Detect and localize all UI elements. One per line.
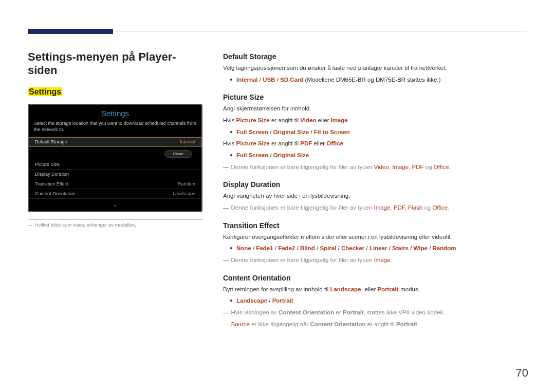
settings-highlight-label: Settings <box>28 87 62 96</box>
bullet-icon <box>230 300 232 302</box>
note-text: ―Source er ikke tilgjengelig når Content… <box>223 320 527 329</box>
page-number: 70 <box>516 366 528 380</box>
option-list: None / Fade1 / Fade2 / Blind / Spiral / … <box>230 244 527 253</box>
device-row-picture-size: Picture Size <box>29 160 201 170</box>
section-heading-content-orientation: Content Orientation <box>223 274 527 282</box>
device-row-label: Content Orientation <box>35 191 75 196</box>
body-text: Angi varigheten av hver side i en lysbil… <box>223 192 527 200</box>
device-row-label: Transition Effect <box>35 181 68 186</box>
body-text: Hvis Picture Size er angitt til Video el… <box>223 116 527 125</box>
body-text: Velg lagringsposisjonen som du ønsker å … <box>223 64 527 72</box>
bullet-icon <box>230 131 232 133</box>
device-row-value: Random <box>178 181 195 186</box>
device-row-value: Landscape <box>173 191 195 196</box>
device-row-transition-effect: Transition Effect Random <box>29 179 201 189</box>
page-title: Settings-menyen på Player-siden <box>28 50 202 77</box>
header-accent-bar <box>28 29 113 34</box>
body-text: Hvis Picture Size er angitt til PDF elle… <box>223 139 527 148</box>
device-screenshot: Settings Select the storage location tha… <box>28 104 202 212</box>
device-row-default-storage: Default Storage Internal <box>29 137 201 147</box>
option-list: Landscape / Portrait <box>230 296 527 305</box>
bullet-icon <box>230 154 232 156</box>
section-heading-transition-effect: Transition Effect <box>223 221 527 230</box>
left-footnote: ―Hvilket bilde som vises, avhenger av mo… <box>28 219 202 228</box>
note-text: ―Hvis visningen av Content Orientation e… <box>223 308 527 317</box>
device-row-label: Default Storage <box>35 139 67 144</box>
device-row-display-duration: Display Duration <box>29 170 201 179</box>
option-list: Internal / USB / SD Card (Modellene DM65… <box>230 76 527 84</box>
body-text: Bytt retningen for avspilling av innhold… <box>223 285 527 294</box>
option-list: Full Screen / Original Size / Fit to Scr… <box>230 128 527 137</box>
device-close-button: Close <box>164 150 192 158</box>
bullet-icon <box>230 247 232 249</box>
body-text: Angi skjermstørrelsen for innhold. <box>223 104 527 113</box>
device-help-text: Select the storage location that you wan… <box>29 120 201 137</box>
device-row-content-orientation: Content Orientation Landscape <box>29 189 201 199</box>
note-text: ―Denne funksjonen er bare tilgjengelig f… <box>223 163 527 172</box>
header-rule <box>117 31 527 31</box>
chevron-down-icon: ⌄ <box>29 199 201 211</box>
body-text: Konfigurer overgangseffekter mellom side… <box>223 233 527 241</box>
bullet-icon <box>230 79 232 81</box>
section-heading-picture-size: Picture Size <box>223 93 527 101</box>
option-list: Full Screen / Original Size <box>230 151 527 160</box>
note-text: ―Denne funksjonen er bare tilgjengelig f… <box>223 256 527 265</box>
device-row-label: Display Duration <box>35 172 69 177</box>
device-title: Settings <box>29 105 201 120</box>
section-heading-display-duration: Display Duration <box>223 180 527 189</box>
note-text: ―Denne funksjonen er bare tilgjengelig f… <box>223 203 527 212</box>
device-row-value: Internal <box>180 139 195 144</box>
device-row-label: Picture Size <box>35 162 60 167</box>
section-heading-default-storage: Default Storage <box>223 52 527 61</box>
